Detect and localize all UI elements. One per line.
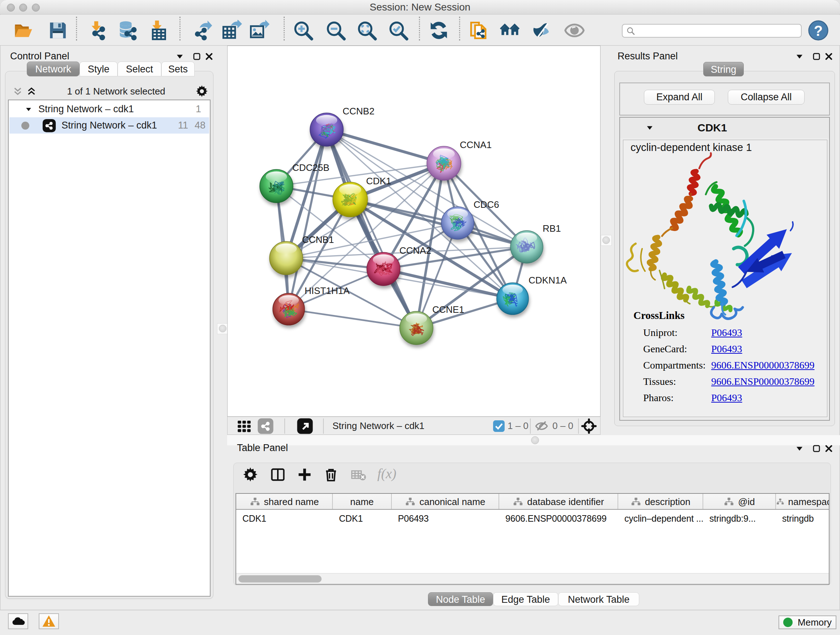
collection-expander-icon[interactable] bbox=[25, 105, 33, 113]
table-cell[interactable]: CDK1 bbox=[333, 510, 392, 526]
selected-checkbox-icon[interactable] bbox=[493, 420, 505, 432]
network-share-icon[interactable] bbox=[257, 418, 274, 434]
import-network-database-icon[interactable] bbox=[117, 20, 138, 41]
panel-float-icon[interactable] bbox=[192, 52, 202, 61]
horizontal-splitter[interactable] bbox=[227, 435, 840, 445]
hide-selected-icon[interactable] bbox=[531, 20, 553, 41]
tab-edge-table[interactable]: Edge Table bbox=[493, 592, 558, 606]
results-section-header[interactable]: CDK1 bbox=[620, 118, 829, 138]
home-networks-icon[interactable] bbox=[499, 20, 520, 41]
panel-close-icon[interactable] bbox=[204, 52, 214, 61]
table-options-gear-icon[interactable] bbox=[242, 467, 258, 483]
column-header-shared-name[interactable]: shared name bbox=[236, 494, 333, 510]
right-splitter[interactable] bbox=[601, 235, 612, 246]
table-scrollbar[interactable] bbox=[236, 573, 829, 584]
zoom-in-icon[interactable] bbox=[293, 20, 314, 41]
node-CCNB1[interactable]: CCNB1 bbox=[270, 234, 334, 275]
network-tree: String Network – cdk1 1 String Network –… bbox=[8, 100, 210, 597]
collapse-all-button[interactable]: Collapse All bbox=[728, 90, 805, 105]
toolbar-separator bbox=[419, 17, 420, 41]
hidden-eye-icon[interactable] bbox=[534, 419, 549, 433]
panel-float-icon[interactable] bbox=[812, 444, 821, 453]
crosslink-row: Tissues:9606.ENSP00000378699 bbox=[643, 376, 824, 387]
crosslink-link[interactable]: P06493 bbox=[711, 392, 742, 404]
table-scrollbar-thumb[interactable] bbox=[238, 575, 322, 583]
table-cell[interactable]: stringdb:9... bbox=[703, 510, 776, 526]
birdseye-grid-icon[interactable] bbox=[236, 418, 252, 434]
crosslink-link[interactable]: 9606.ENSP00000378699 bbox=[711, 359, 814, 371]
refresh-icon[interactable] bbox=[428, 20, 449, 41]
node-RB1[interactable]: RB1 bbox=[510, 223, 561, 263]
detach-view-icon[interactable] bbox=[297, 418, 313, 434]
table-cell[interactable]: 9606.ENSP00000378699 bbox=[499, 510, 618, 526]
zoom-fit-icon[interactable] bbox=[356, 20, 377, 41]
tab-network-table[interactable]: Network Table bbox=[558, 592, 639, 606]
export-image-icon[interactable] bbox=[248, 20, 270, 41]
left-splitter[interactable] bbox=[217, 323, 228, 334]
table-row[interactable]: CDK1CDK1P064939606.ENSP00000378699cyclin… bbox=[236, 510, 829, 526]
zoom-out-icon[interactable] bbox=[325, 20, 346, 41]
section-collapse-icon[interactable] bbox=[645, 124, 654, 132]
node-HIST1H1A[interactable]: HIST1H1A bbox=[273, 285, 350, 325]
add-column-icon[interactable] bbox=[297, 467, 313, 483]
tab-string[interactable]: String bbox=[703, 62, 744, 76]
tab-node-table[interactable]: Node Table bbox=[428, 592, 493, 606]
tab-select[interactable]: Select bbox=[118, 62, 161, 76]
delete-column-icon[interactable] bbox=[323, 467, 339, 483]
column-header-description[interactable]: description bbox=[618, 494, 703, 510]
crosslink-link[interactable]: P06493 bbox=[711, 327, 742, 339]
panel-menu-icon[interactable] bbox=[175, 52, 185, 61]
expand-all-button[interactable]: Expand All bbox=[644, 90, 715, 105]
column-header-name[interactable]: name bbox=[333, 494, 392, 510]
network-options-gear-icon[interactable] bbox=[195, 85, 208, 98]
column-header-database-identifier[interactable]: database identifier bbox=[499, 494, 618, 510]
search-input[interactable] bbox=[622, 24, 802, 38]
table-cell[interactable]: P06493 bbox=[392, 510, 499, 526]
show-all-icon[interactable] bbox=[564, 20, 585, 41]
network-row[interactable]: String Network – cdk1 11 48 bbox=[9, 117, 209, 134]
panel-close-icon[interactable] bbox=[824, 52, 834, 61]
save-session-icon[interactable] bbox=[47, 20, 68, 41]
node-label-CCNA1: CCNA1 bbox=[460, 139, 492, 150]
edge-CCNB2-CCNA1[interactable] bbox=[327, 130, 444, 163]
export-table-icon[interactable] bbox=[221, 20, 242, 41]
table-columns-icon[interactable] bbox=[270, 467, 286, 483]
center-view-crosshair-icon[interactable] bbox=[581, 418, 597, 434]
tab-style[interactable]: Style bbox=[80, 62, 118, 76]
crosslink-link[interactable]: 9606.ENSP00000378699 bbox=[711, 376, 814, 387]
edge-CCNB2-HIST1H1A[interactable] bbox=[289, 130, 327, 309]
open-session-icon[interactable] bbox=[13, 20, 34, 41]
table-cell[interactable]: stringdb bbox=[776, 510, 829, 526]
panel-close-icon[interactable] bbox=[824, 444, 834, 453]
node-CDKN1A[interactable]: CDKN1A bbox=[497, 275, 567, 315]
help-button[interactable] bbox=[808, 20, 829, 41]
cloud-button[interactable] bbox=[8, 613, 28, 629]
node-CDC25B[interactable]: CDC25B bbox=[260, 162, 330, 203]
network-collection-row[interactable]: String Network – cdk1 1 bbox=[9, 101, 209, 117]
node-CCNA1[interactable]: CCNA1 bbox=[427, 139, 492, 180]
network-canvas[interactable]: CCNB2CCNA1CDC25BCDK1CDC6RB1CCNB1CCNA2CDK… bbox=[227, 46, 600, 417]
memory-label: Memory bbox=[798, 617, 832, 628]
table-cell[interactable]: cyclin–dependent ... bbox=[618, 510, 703, 526]
panel-menu-icon[interactable] bbox=[795, 52, 804, 61]
node-CDK1[interactable]: CDK1 bbox=[333, 176, 391, 217]
crosslink-link[interactable]: P06493 bbox=[711, 343, 742, 355]
node-CCNE1[interactable]: CCNE1 bbox=[400, 304, 464, 345]
panel-menu-icon[interactable] bbox=[795, 444, 804, 453]
tab-sets[interactable]: Sets bbox=[161, 62, 195, 76]
column-header-namespace[interactable]: namespace bbox=[776, 494, 829, 510]
copy-network-icon[interactable] bbox=[469, 20, 489, 41]
warnings-button[interactable] bbox=[39, 613, 59, 629]
import-network-file-icon[interactable] bbox=[86, 20, 107, 41]
collapse-all-chevron-icon[interactable] bbox=[12, 86, 23, 97]
memory-button[interactable]: Memory bbox=[778, 616, 836, 629]
expand-all-chevron-icon[interactable] bbox=[26, 86, 37, 97]
export-network-icon[interactable] bbox=[193, 20, 213, 41]
tab-network[interactable]: Network bbox=[27, 62, 80, 76]
table-cell[interactable]: CDK1 bbox=[236, 510, 333, 526]
zoom-selected-icon[interactable] bbox=[388, 20, 409, 41]
column-header-canonical-name[interactable]: canonical name bbox=[392, 494, 499, 510]
panel-float-icon[interactable] bbox=[812, 52, 821, 61]
column-header--id[interactable]: @id bbox=[703, 494, 776, 510]
import-table-icon[interactable] bbox=[147, 20, 167, 41]
